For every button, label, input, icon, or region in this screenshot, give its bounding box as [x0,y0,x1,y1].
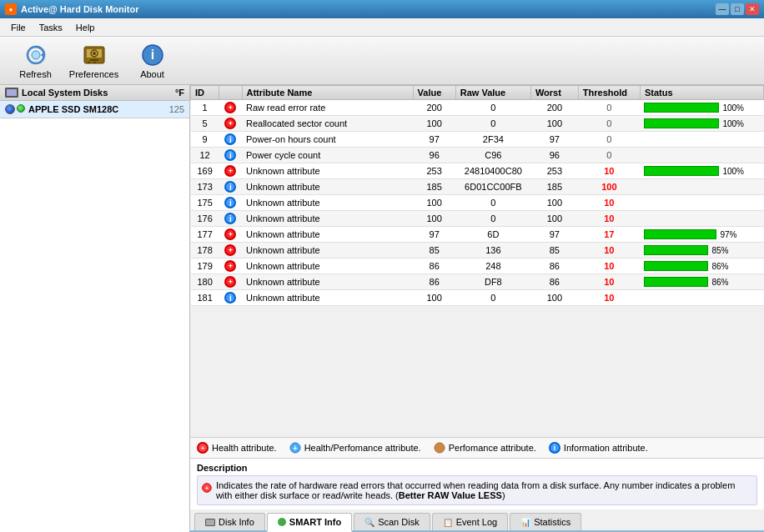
about-label: About [140,69,164,79]
tabs-bar: Disk Info SMART Info 🔍 Scan Disk 📋 Event… [190,509,764,532]
info-legend-label: Information attribute. [564,443,648,453]
status-bar-fill [644,103,719,113]
attr-name: Unknown attribute [242,290,413,306]
attr-worst: 100 [530,211,578,227]
app-icon: ● [5,3,17,15]
tab-statistics-label: Statistics [534,517,570,527]
attr-value: 96 [413,148,455,163]
table-row[interactable]: 176 i Unknown attribute 100 0 100 10 [191,211,764,227]
attr-threshold: 10 [578,258,640,274]
tab-event-log[interactable]: 📋 Event Log [432,513,509,530]
attr-value: 97 [413,227,455,243]
attr-icon-cell: i [219,211,242,227]
svg-point-6 [93,52,96,55]
tab-smart-info-label: SMART Info [289,517,341,527]
menubar: File Tasks Help [0,18,764,37]
maximize-button[interactable]: □ [731,3,744,15]
minimize-button[interactable]: — [716,3,729,15]
attr-name: Unknown attribute [242,258,413,274]
attr-threshold: 0 [578,148,640,163]
attr-name: Reallocated sector count [242,116,413,132]
disk-item[interactable]: APPLE SSD SM128C 125 [0,101,189,118]
attr-name: Power cycle count [242,148,413,163]
attr-icon-cell: + [219,116,242,132]
attr-status [640,290,763,306]
table-row[interactable]: 12 i Power cycle count 96 C96 96 0 [191,148,764,163]
status-pct-text: 100% [722,103,744,113]
attr-value: 100 [413,211,455,227]
attr-name: Unknown attribute [242,163,413,179]
attr-icon-cell: + [219,163,242,179]
attr-value: 100 [413,116,455,132]
attr-worst: 185 [530,179,578,195]
table-row[interactable]: 173 i Unknown attribute 185 6D01CC00FB 1… [191,179,764,195]
refresh-button[interactable]: Refresh [8,40,63,82]
status-pct-text: 97% [720,230,736,239]
attr-icon-cell: + [219,100,242,116]
col-icon [219,86,242,100]
col-worst: Worst [530,86,578,100]
status-bar-cell: 97% [644,229,759,239]
table-row[interactable]: 179 + Unknown attribute 86 248 86 10 86% [191,258,764,274]
table-row[interactable]: 177 + Unknown attribute 97 6D 97 17 97% [191,227,764,243]
col-name: Attribute Name [242,86,413,100]
legend-info: i Information attribute. [549,442,648,454]
attr-raw: 0 [455,195,530,211]
main-content: Local System Disks °F APPLE SSD SM128C 1… [0,85,764,532]
svg-text:+: + [293,444,298,453]
attr-raw: 136 [455,243,530,258]
attr-name: Power-on hours count [242,132,413,148]
table-row[interactable]: 1 + Raw read error rate 200 0 200 0 100% [191,100,764,116]
table-row[interactable]: 169 + Unknown attribute 253 24810400C80 … [191,163,764,179]
attr-id: 179 [191,258,219,274]
attr-worst: 96 [530,148,578,163]
attr-raw: 2F34 [455,132,530,148]
table-row[interactable]: 175 i Unknown attribute 100 0 100 10 [191,195,764,211]
attr-threshold: 17 [578,227,640,243]
health-attr-icon: + [224,102,236,113]
attribute-table: ID Attribute Name Value Raw Value Worst … [190,85,764,306]
perf-legend-label: Health/Perfomance attribute. [304,443,421,453]
attr-threshold: 10 [578,274,640,290]
close-button[interactable]: ✕ [746,3,759,15]
disk-icon-green [17,104,25,113]
tab-smart-info[interactable]: SMART Info [267,513,352,532]
attr-status: 100% [640,163,763,179]
tab-statistics[interactable]: 📊 Statistics [510,513,581,530]
tab-scan-disk[interactable]: 🔍 Scan Disk [354,513,430,530]
attr-status: 100% [640,116,763,132]
menu-tasks[interactable]: Tasks [33,20,69,35]
attr-raw: 0 [455,116,530,132]
svg-point-2 [32,51,40,59]
attr-id: 177 [191,227,219,243]
attribute-table-container[interactable]: ID Attribute Name Value Raw Value Worst … [190,85,764,437]
menu-file[interactable]: File [4,20,33,35]
attr-status [640,211,763,227]
legend-measure: Perfomance attribute. [434,442,536,454]
attr-icon-cell: i [219,290,242,306]
table-row[interactable]: 178 + Unknown attribute 85 136 85 10 85% [191,243,764,258]
menu-help[interactable]: Help [69,20,102,35]
about-button[interactable]: i About [125,40,179,82]
preferences-label: Preferences [69,69,118,79]
tab-disk-info[interactable]: Disk Info [194,513,265,530]
attr-icon-cell: i [219,148,242,163]
description-text: Indicates the rate of hardware read erro… [216,480,752,500]
table-row[interactable]: 9 i Power-on hours count 97 2F34 97 0 [191,132,764,148]
info-attr-icon: i [224,133,236,145]
attr-threshold: 0 [578,100,640,116]
description-panel: Description + Indicates the rate of hard… [190,458,764,509]
health-attr-icon: + [224,228,236,240]
attr-icon-cell: i [219,132,242,148]
preferences-button[interactable]: Preferences [67,40,121,82]
attr-status [640,179,763,195]
table-row[interactable]: 5 + Reallocated sector count 100 0 100 0… [191,116,764,132]
table-row[interactable]: 181 i Unknown attribute 100 0 100 10 [191,290,764,306]
health-attr-icon: + [224,276,236,288]
status-bar-cell: 100% [644,166,759,176]
attr-value: 185 [413,179,455,195]
disk-name: APPLE SSD SM128C [28,104,166,114]
table-row[interactable]: 180 + Unknown attribute 86 DF8 86 10 86% [191,274,764,290]
perf-legend-icon: + [289,442,301,454]
health-legend-label: Health attribute. [212,443,277,453]
